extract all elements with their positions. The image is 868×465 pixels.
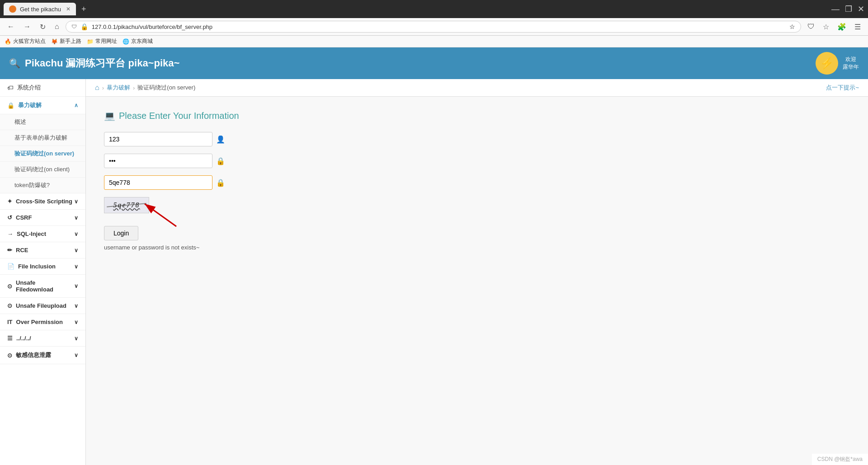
new-tab-button[interactable]: +: [78, 5, 90, 14]
sidebar-section-sql-header[interactable]: → SQL-Inject ∨: [0, 226, 85, 242]
lock-section-icon: 🔒: [7, 102, 14, 109]
sidebar-sql-label: SQL-Inject: [17, 230, 46, 237]
header-search-icon: 🔍: [9, 58, 20, 69]
bookmark-beginner[interactable]: 🦊 新手上路: [51, 38, 81, 45]
forward-button[interactable]: →: [21, 21, 33, 32]
menu-icon[interactable]: ☰: [852, 21, 863, 33]
breadcrumb-current: 验证码绕过(on server): [137, 84, 195, 92]
csrf-icon: ↺: [7, 214, 12, 221]
password-input[interactable]: [104, 154, 212, 168]
bookmark-star-icon[interactable]: ☆: [820, 21, 832, 33]
file-inclusion-icon: 📄: [7, 263, 14, 270]
form-title: 💻 Please Enter Your Information: [104, 110, 850, 121]
bookmark-firefox[interactable]: 🔥 火狐官方站点: [5, 38, 46, 45]
username-icon: 👤: [216, 135, 225, 144]
footer-text: CSDN @钢盔*awa: [817, 456, 863, 462]
sidebar-section-sensitive-header[interactable]: ⊙ 敏感信息泄露 ∨: [0, 347, 85, 364]
sidebar-section-fileupload-header[interactable]: ⊙ Unsafe Fileupload ∨: [0, 298, 85, 314]
bookmark-common-label: 常用网址: [95, 38, 117, 45]
chevron-down-fileinclusion-icon: ∨: [74, 263, 78, 270]
bookmarks-bar: 🔥 火狐官方站点 🦊 新手上路 📁 常用网址 🌐 京东商城: [0, 36, 868, 47]
bookmark-jd[interactable]: 🌐 京东商城: [123, 38, 153, 45]
captcha-input[interactable]: [104, 175, 212, 190]
security-icon: 🛡: [71, 23, 77, 30]
tab-title: Get the pikachu: [20, 6, 61, 13]
bookmark-common[interactable]: 📁 常用网址: [87, 38, 117, 45]
sidebar-sub-captcha-client[interactable]: 验证码绕过(on client): [0, 162, 85, 178]
chevron-down-rce-icon: ∨: [74, 247, 78, 254]
breadcrumb-home-icon[interactable]: ⌂: [95, 84, 99, 92]
sidebar-sub-form-bruteforce[interactable]: 基于表单的暴力破解: [0, 130, 85, 146]
main-content: ⌂ › 暴力破解 › 验证码绕过(on server) 点一下提示~ 💻 Ple…: [86, 79, 868, 465]
content-area: 💻 Please Enter Your Information 👤 🔒: [86, 97, 868, 264]
form-area: 👤 🔒 🔒 5qe778: [104, 132, 850, 251]
sidebar-sub-token[interactable]: token防爆破?: [0, 178, 85, 193]
chevron-down-csrf-icon: ∨: [74, 215, 78, 221]
bookmark-beginner-icon: 🦊: [51, 38, 58, 45]
chevron-up-icon: ∧: [74, 102, 78, 108]
sidebar-section-csrf-header[interactable]: ↺ CSRF ∨: [0, 210, 85, 226]
reload-button[interactable]: ↻: [37, 21, 48, 33]
sidebar-xss-label: Cross-Site Scripting: [16, 198, 72, 205]
captcha-image[interactable]: 5qe778: [104, 197, 149, 213]
tab-close-button[interactable]: ✕: [66, 6, 71, 12]
sidebar-section-overperm-header[interactable]: IT Over Permission ∨: [0, 314, 85, 330]
sidebar-section-filedownload-header[interactable]: ⊙ Unsafe Filedownload ∨: [0, 275, 85, 298]
tab-favicon: [9, 5, 16, 13]
sidebar-sub-overview[interactable]: 概述: [0, 114, 85, 130]
fileupload-icon: ⊙: [7, 302, 12, 309]
sidebar-section-bruteforce: 🔒 暴力破解 ∧ 概述 基于表单的暴力破解 验证码绕过(on server): [0, 97, 85, 193]
form-title-text: Please Enter Your Information: [119, 111, 239, 121]
username-input[interactable]: [104, 132, 212, 146]
toolbar-actions: 🛡 ☆ 🧩 ☰: [805, 21, 863, 33]
window-minimize-icon[interactable]: —: [831, 5, 840, 14]
sensitive-icon: ⊙: [7, 352, 12, 359]
browser-tab[interactable]: Get the pikachu ✕: [4, 3, 76, 15]
bookmark-jd-label: 京东商城: [131, 38, 153, 45]
username-group: 👤: [104, 132, 850, 146]
hint-link[interactable]: 点一下提示~: [826, 84, 859, 92]
captcha-input-group: 🔒: [104, 175, 850, 190]
address-bar[interactable]: 🛡 🔒 ☆: [66, 21, 801, 33]
sidebar-filedownload-label: Unsafe Filedownload: [16, 279, 74, 293]
sidebar-section-dotdot-header[interactable]: ☰ ../../../ ∨: [0, 330, 85, 347]
breadcrumb-parent-link[interactable]: 暴力破解: [107, 84, 130, 92]
sidebar-section-xss-header[interactable]: ✦ Cross-Site Scripting ∨: [0, 193, 85, 210]
login-button-wrapper: Login: [104, 222, 850, 240]
sidebar-fileinclusion-label: File Inclusion: [18, 263, 56, 270]
rce-icon: ✏: [7, 247, 12, 254]
xss-icon: ✦: [7, 198, 12, 205]
sidebar-sub-captcha-server[interactable]: 验证码绕过(on server): [0, 146, 85, 162]
extensions-icon[interactable]: 🧩: [835, 21, 849, 33]
sidebar-bruteforce-label: 暴力破解: [18, 101, 42, 109]
app-header: 🔍 Pikachu 漏洞练习平台 pika~pika~ ⚡ 欢迎 露华年: [0, 47, 868, 79]
sidebar-section-bruteforce-header[interactable]: 🔒 暴力破解 ∧: [0, 97, 85, 114]
sidebar: 🏷 系统介绍 🔒 暴力破解 ∧ 概述 基于表单的暴力破解: [0, 79, 86, 465]
app-header-right: ⚡ 欢迎 露华年: [816, 52, 859, 75]
sidebar-bruteforce-subitems: 概述 基于表单的暴力破解 验证码绕过(on server) 验证码绕过(on c…: [0, 114, 85, 193]
breadcrumb-sep1: ›: [102, 85, 104, 91]
bookmark-icon[interactable]: ☆: [789, 23, 795, 30]
sidebar-section-rce-header[interactable]: ✏ RCE ∨: [0, 242, 85, 258]
window-restore-icon[interactable]: ❐: [845, 4, 852, 14]
sidebar-item-intro[interactable]: 🏷 系统介绍: [0, 79, 85, 97]
sidebar-section-fileinclusion-header[interactable]: 📄 File Inclusion ∨: [0, 258, 85, 275]
shield-icon[interactable]: 🛡: [805, 21, 817, 32]
back-button[interactable]: ←: [5, 21, 17, 32]
url-input[interactable]: [92, 23, 786, 30]
sidebar-sensitive-label: 敏感信息泄露: [16, 351, 51, 359]
breadcrumb-sep2: ›: [133, 85, 135, 91]
password-group: 🔒: [104, 154, 850, 168]
chevron-down-sensitive-icon: ∨: [74, 352, 78, 358]
bookmark-beginner-label: 新手上路: [60, 38, 81, 45]
home-button[interactable]: ⌂: [52, 21, 62, 32]
login-button[interactable]: Login: [104, 226, 138, 240]
chevron-down-overperm-icon: ∨: [74, 319, 78, 325]
avatar: ⚡: [816, 52, 838, 75]
bookmark-firefox-icon: 🔥: [5, 38, 11, 45]
form-title-icon: 💻: [104, 110, 115, 121]
tag-icon: 🏷: [7, 84, 14, 91]
browser-toolbar: ← → ↻ ⌂ 🛡 🔒 ☆ 🛡 ☆ 🧩 ☰: [0, 18, 868, 36]
window-close-icon[interactable]: ✕: [858, 4, 864, 14]
sidebar-intro-label: 系统介绍: [17, 84, 41, 92]
